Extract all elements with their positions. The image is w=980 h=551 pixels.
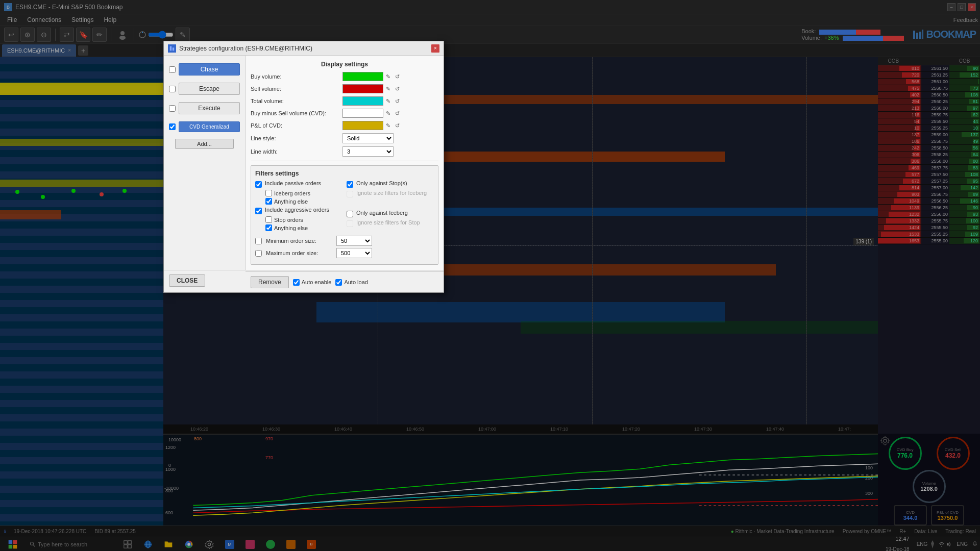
auto-enable-check: Auto enable (293, 279, 332, 286)
sell-volume-row: Sell volume: ✎ ↺ (251, 84, 438, 93)
only-iceberg-label: Only against Iceberg (356, 210, 408, 216)
ignore-stop-checkbox (347, 220, 353, 227)
total-volume-reset-icon[interactable]: ↺ (393, 96, 402, 106)
iceberg-orders-checkbox[interactable] (265, 190, 272, 196)
close-button[interactable]: CLOSE (169, 274, 205, 287)
chase-button[interactable]: Chase (179, 63, 240, 76)
svg-rect-31 (173, 47, 174, 51)
chase-checkbox[interactable] (169, 66, 176, 73)
auto-load-check: Auto load (335, 279, 368, 286)
only-stop-checkbox[interactable] (347, 181, 353, 188)
buy-volume-edit-icon[interactable]: ✎ (383, 72, 393, 81)
cvd-volume-color-swatch[interactable] (342, 109, 383, 118)
buy-volume-row: Buy volume: ✎ ↺ (251, 72, 438, 81)
ignore-size-iceberg-row: Ignote size filters for Iceberg (347, 190, 434, 197)
remove-button[interactable]: Remove (251, 276, 289, 288)
only-iceberg-row: Only against Iceberg (347, 210, 434, 217)
modal-icon (168, 44, 176, 53)
total-volume-label: Total volume: (251, 98, 342, 104)
add-strategy-button[interactable]: Add... (175, 139, 233, 149)
ignore-size-stop-row: Ignore size filters for Stop (347, 219, 434, 227)
auto-enable-checkbox[interactable] (293, 279, 300, 286)
anything-else-aggressive-label: Anything else (274, 225, 308, 231)
escape-checkbox[interactable] (169, 86, 176, 92)
anything-else-passive-row: Anything else (265, 198, 342, 205)
cvd-volume-edit-icon[interactable]: ✎ (383, 109, 393, 118)
auto-load-label: Auto load (344, 279, 368, 285)
config-panel: Display settings Buy volume: ✎ ↺ Sell vo… (246, 56, 444, 270)
strategy-item-escape: Escape (168, 79, 241, 98)
include-passive-checkbox[interactable] (255, 181, 262, 188)
escape-button[interactable]: Escape (179, 83, 240, 95)
max-order-size-row: Maximum order size: 500 1000 (255, 248, 434, 258)
anything-else-passive-checkbox[interactable] (265, 198, 272, 205)
filters-title: Filters settings (255, 170, 434, 177)
min-order-size-select[interactable]: 50 100 200 (336, 236, 372, 246)
modal-overlay (0, 0, 980, 551)
min-order-size-label: Minimum order size: (266, 238, 332, 244)
cvd-checkbox[interactable] (169, 123, 176, 130)
include-aggressive-checkbox[interactable] (255, 208, 262, 214)
only-stop-label: Only against Stop(s) (356, 180, 407, 186)
max-order-size-select[interactable]: 500 1000 (336, 248, 372, 258)
anything-else-aggressive-row: Anything else (265, 224, 342, 231)
cvd-volume-reset-icon[interactable]: ↺ (393, 109, 402, 118)
buy-volume-color-swatch[interactable] (342, 72, 383, 81)
iceberg-orders-row: Iceberg orders (265, 190, 342, 196)
only-iceberg-checkbox[interactable] (347, 211, 353, 217)
anything-else-passive-label: Anything else (274, 198, 308, 205)
stop-orders-checkbox[interactable] (265, 216, 272, 223)
pandl-color-swatch[interactable] (342, 121, 383, 130)
anything-else-aggressive-checkbox[interactable] (265, 224, 272, 231)
include-aggressive-row: Include aggressive orders (255, 207, 342, 214)
only-stop-row: Only against Stop(s) (347, 180, 434, 188)
total-volume-color-swatch[interactable] (342, 96, 383, 106)
ignore-iceberg-checkbox (347, 191, 353, 197)
strategy-item-chase: Chase (168, 60, 241, 79)
line-width-select[interactable]: 1 2 3 4 5 (342, 146, 394, 157)
modal-footer-right: Remove Auto enable Auto load (246, 271, 444, 292)
strategy-item-cvd: CVD Generalizad (168, 118, 241, 136)
filters-box: Filters settings Include passive orders … (251, 165, 438, 265)
execute-checkbox[interactable] (169, 105, 176, 112)
auto-enable-label: Auto enable (302, 279, 332, 285)
ignore-iceberg-label: Ignote size filters for Iceberg (356, 190, 427, 196)
modal-close-button[interactable]: × (431, 44, 439, 53)
line-width-row: Line width: 1 2 3 4 5 (251, 146, 438, 157)
execute-button[interactable]: Execute (179, 102, 240, 114)
max-order-size-label: Maximum order size: (266, 250, 332, 256)
sell-volume-color-swatch[interactable] (342, 84, 383, 93)
cvd-volume-label: Buy minus Sell volume (CVD): (251, 110, 342, 116)
cvd-button[interactable]: CVD Generalizad (179, 121, 240, 132)
svg-rect-30 (170, 46, 172, 51)
pandl-edit-icon[interactable]: ✎ (383, 121, 393, 130)
auto-load-checkbox[interactable] (335, 279, 342, 286)
filters-right-col: Only against Stop(s) Ignote size filters… (347, 180, 434, 233)
buy-volume-label: Buy volume: (251, 73, 342, 80)
include-aggressive-label: Include aggressive orders (265, 207, 329, 213)
total-volume-edit-icon[interactable]: ✎ (383, 96, 393, 106)
pandl-row: P&L of CVD: ✎ ↺ (251, 121, 438, 130)
display-settings-title: Display settings (251, 61, 438, 68)
pandl-reset-icon[interactable]: ↺ (393, 121, 402, 130)
stop-orders-label: Stop orders (274, 217, 303, 223)
min-order-size-checkbox[interactable] (255, 238, 262, 244)
sell-volume-edit-icon[interactable]: ✎ (383, 84, 393, 93)
include-passive-label: Include passive orders (265, 180, 321, 186)
sell-volume-reset-icon[interactable]: ↺ (393, 84, 402, 93)
line-style-row: Line style: Solid Dashed Dotted (251, 133, 438, 143)
filters-two-col: Include passive orders Iceberg orders An… (255, 180, 434, 233)
stop-orders-row: Stop orders (265, 216, 342, 223)
line-style-select[interactable]: Solid Dashed Dotted (342, 133, 394, 143)
max-order-size-checkbox[interactable] (255, 250, 262, 257)
strategy-item-execute: Execute (168, 98, 241, 118)
include-passive-row: Include passive orders (255, 180, 342, 188)
line-width-label: Line width: (251, 148, 342, 155)
ignore-stop-label: Ignore size filters for Stop (356, 219, 420, 226)
buy-volume-reset-icon[interactable]: ↺ (393, 72, 402, 81)
pandl-label: P&L of CVD: (251, 122, 342, 129)
sell-volume-label: Sell volume: (251, 86, 342, 92)
strategy-list: Chase Escape Execute CVD Generalizad Add… (164, 56, 246, 270)
line-style-label: Line style: (251, 135, 342, 141)
min-order-size-row: Minimum order size: 50 100 200 (255, 236, 434, 246)
